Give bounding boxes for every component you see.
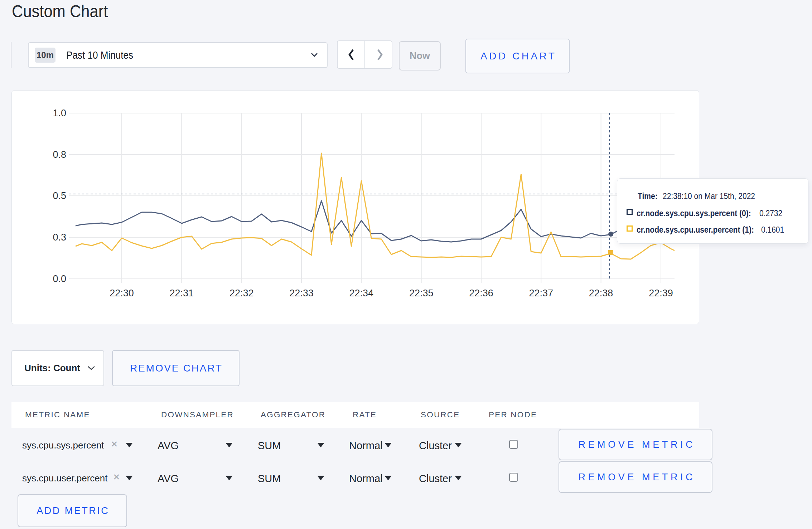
svg-text:22:39: 22:39: [649, 288, 673, 299]
svg-text:0.8: 0.8: [53, 149, 66, 160]
svg-text:22:34: 22:34: [349, 288, 374, 299]
svg-text:0.0: 0.0: [53, 273, 66, 284]
svg-text:22:38: 22:38: [589, 288, 613, 299]
svg-text:22:33: 22:33: [289, 288, 314, 299]
svg-text:22:31: 22:31: [170, 288, 194, 299]
svg-text:22:37: 22:37: [529, 288, 554, 299]
svg-text:0.5: 0.5: [53, 190, 66, 201]
svg-text:1.0: 1.0: [53, 108, 66, 118]
svg-text:22:36: 22:36: [469, 288, 493, 299]
svg-text:22:30: 22:30: [110, 288, 134, 299]
svg-text:22:35: 22:35: [409, 288, 434, 299]
svg-text:22:32: 22:32: [229, 288, 254, 299]
svg-text:0.3: 0.3: [53, 232, 66, 243]
